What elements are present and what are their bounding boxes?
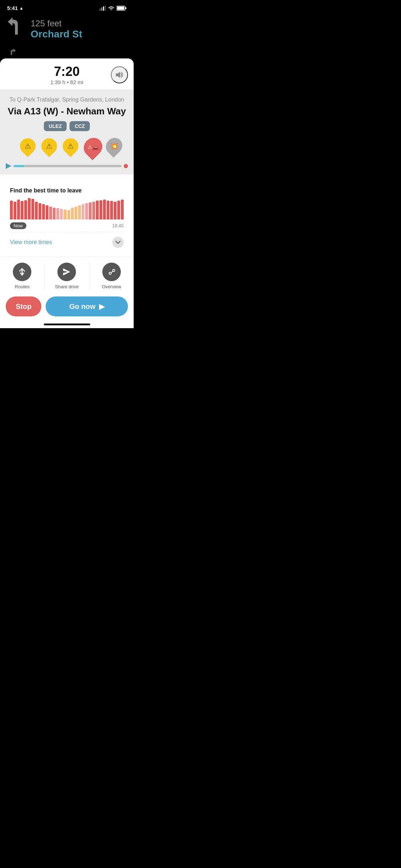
ccz-badge: CCZ — [70, 121, 90, 131]
go-now-label: Go now — [70, 303, 96, 311]
bar-item — [60, 209, 63, 219]
eta-center: 7:20 1:39 h • 82 mi — [23, 64, 111, 85]
bar-item — [14, 202, 16, 219]
overview-icon-circle — [102, 263, 121, 281]
bar-item — [46, 205, 48, 219]
bar-item — [28, 198, 31, 219]
track-line — [14, 165, 122, 167]
speaker-icon — [115, 71, 124, 78]
share-drive-icon-circle — [57, 263, 76, 281]
route-badges: ULEZ CCZ — [6, 121, 128, 131]
bar-item — [121, 200, 124, 220]
bar-item — [10, 201, 13, 219]
destination-dot — [124, 164, 128, 168]
eta-miles: 82 mi — [70, 79, 83, 85]
play-icon — [6, 163, 11, 169]
ulez-badge: ULEZ — [44, 121, 67, 131]
bar-item — [38, 203, 41, 220]
routes-icon — [17, 267, 27, 277]
nav-distance: 125 feet — [31, 19, 82, 29]
bar-item — [85, 203, 88, 220]
end-time-label: 18:45 — [112, 223, 124, 228]
svg-rect-2 — [103, 6, 104, 11]
eta-time: 7:20 — [23, 64, 111, 79]
bottom-buttons: Stop Go now ▶ — [0, 292, 134, 324]
incident-1: ⚠ — [20, 138, 36, 154]
bar-item — [96, 201, 99, 219]
bar-item — [114, 202, 117, 219]
svg-rect-1 — [101, 7, 102, 11]
status-time: 5:41 — [7, 5, 18, 11]
bar-item — [74, 207, 77, 220]
share-drive-icon — [62, 268, 71, 276]
share-drive-action[interactable]: Share drive — [45, 263, 89, 289]
bar-item — [17, 200, 20, 220]
overview-label: Overview — [102, 284, 121, 289]
now-badge: Now — [10, 222, 26, 229]
chevron-down-icon — [115, 241, 120, 244]
svg-rect-5 — [117, 6, 124, 10]
incident-2: ⚠ — [41, 138, 57, 154]
sub-turn-area — [0, 47, 134, 58]
bar-item — [24, 200, 27, 220]
status-time-area: 5:41 ▲ — [7, 5, 24, 11]
location-icon: ▲ — [19, 6, 24, 11]
bar-item — [35, 202, 38, 220]
nav-street: Orchard St — [31, 29, 82, 40]
stop-button[interactable]: Stop — [6, 296, 41, 316]
sound-button[interactable] — [111, 66, 128, 83]
svg-rect-0 — [99, 9, 101, 11]
route-via: Via A13 (W) - Newham Way — [6, 106, 128, 117]
overview-action[interactable]: Overview — [89, 263, 134, 289]
track-line-row — [6, 163, 128, 169]
bar-item — [78, 205, 81, 219]
bar-item — [92, 202, 95, 219]
svg-rect-6 — [125, 7, 127, 9]
home-indicator — [0, 324, 134, 328]
bar-item — [56, 208, 59, 219]
incident-3: ⚠ — [63, 138, 78, 154]
bar-item — [71, 208, 74, 219]
view-more-times-link[interactable]: View more times — [10, 239, 52, 246]
bar-item — [103, 200, 106, 220]
go-arrow-icon: ▶ — [99, 302, 104, 311]
best-time-card: Find the best time to leave Now 18:45 Vi… — [4, 182, 129, 255]
eta-details: 1:39 h • 82 mi — [23, 79, 111, 85]
bar-item — [21, 201, 24, 219]
svg-marker-8 — [6, 163, 11, 169]
routes-icon-circle — [13, 263, 31, 281]
eta-duration: 1:39 h — [50, 79, 65, 85]
home-bar — [44, 324, 90, 325]
bar-item — [31, 199, 34, 220]
bar-item — [53, 208, 56, 219]
bar-item — [63, 210, 66, 219]
action-bar: Routes Share drive Overview — [0, 257, 134, 292]
route-section: To Q-Park Trafalgar, Spring Gardens, Lon… — [0, 89, 134, 175]
chevron-down-button[interactable] — [112, 237, 124, 248]
bar-item — [99, 200, 102, 220]
battery-icon — [117, 6, 127, 11]
best-time-title: Find the best time to leave — [10, 187, 124, 194]
signal-icon — [99, 6, 106, 11]
bar-item — [117, 201, 120, 219]
bar-item — [107, 201, 109, 219]
track-progress — [14, 165, 24, 167]
routes-action[interactable]: Routes — [0, 263, 45, 289]
nav-header: 125 feet Orchard St — [0, 14, 134, 47]
go-now-button[interactable]: Go now ▶ — [46, 296, 128, 316]
view-more-row[interactable]: View more times — [10, 232, 124, 249]
bar-item — [42, 204, 45, 219]
svg-marker-10 — [63, 268, 70, 275]
bar-chart — [10, 198, 124, 219]
bar-item — [82, 204, 84, 219]
svg-point-12 — [113, 269, 115, 272]
bar-chart-labels: Now 18:45 — [10, 222, 124, 229]
bar-item — [110, 201, 113, 219]
svg-marker-7 — [116, 72, 120, 78]
incident-5: 💥 — [106, 138, 123, 154]
bar-item — [67, 210, 70, 220]
route-destination: To Q-Park Trafalgar, Spring Gardens, Lon… — [6, 97, 128, 103]
incident-icons-row: ⚠ ⚠ ⚠ ⚠🚗 — [6, 138, 128, 161]
status-bar: 5:41 ▲ — [0, 0, 134, 14]
bar-item — [89, 202, 92, 219]
